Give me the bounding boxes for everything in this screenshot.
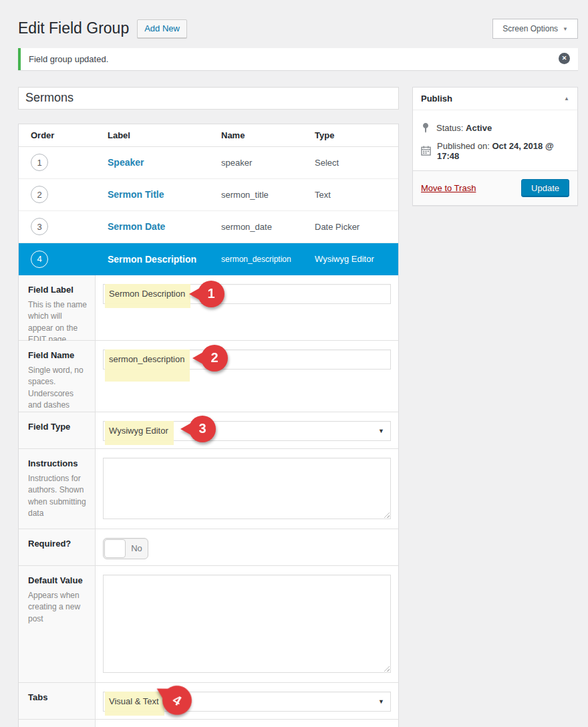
status-label: Status: <box>436 123 463 133</box>
column-header-label: Label <box>108 130 221 140</box>
field-name-cell: sermon_description <box>221 255 315 264</box>
field-name-cell: sermon_title <box>221 190 315 200</box>
select-arrow-icon: ▼ <box>378 428 384 434</box>
drag-order-handle[interactable]: 4 <box>31 251 48 268</box>
setting-label-cell: Default Value Appears when creating a ne… <box>19 566 96 682</box>
dismiss-icon[interactable]: ✕ <box>559 53 570 64</box>
field-label-input[interactable]: Sermon Description <box>103 284 391 304</box>
select-arrow-icon: ▼ <box>378 698 384 705</box>
setting-label-cell: Instructions Instructions for authors. S… <box>19 449 96 529</box>
setting-row-field-type: Field Type Wysiwyg Editor ▼ 3 <box>19 412 398 449</box>
field-type-select[interactable]: Wysiwyg Editor ▼ <box>103 421 391 441</box>
setting-description: Appears when creating a new post <box>28 590 88 625</box>
setting-row-field-label: Field Label This is the name which will … <box>19 275 398 341</box>
column-header-name: Name <box>221 130 315 140</box>
publish-box-title: Publish <box>421 94 452 104</box>
table-row[interactable]: 2 Sermon Title sermon_title Text <box>19 179 398 211</box>
field-label-value: Sermon Description <box>109 289 185 299</box>
setting-description: Instructions for authors. Shown when sub… <box>28 473 88 520</box>
table-row[interactable]: 3 Sermon Date sermon_date Date Picker <box>19 211 398 243</box>
setting-row-default-value: Default Value Appears when creating a ne… <box>19 566 398 683</box>
screen-options-label: Screen Options <box>502 24 558 33</box>
table-row-active[interactable]: 4 Sermon Description sermon_description … <box>19 243 398 275</box>
chevron-down-icon: ▼ <box>563 26 568 32</box>
setting-label-cell: Required? <box>19 529 96 565</box>
setting-row-tabs: Tabs Visual & Text ▼ 4 <box>19 683 398 720</box>
publish-box-footer: Move to Trash Update <box>413 170 577 205</box>
setting-label-cell: Field Label This is the name which will … <box>19 275 96 340</box>
setting-label-cell: Tabs <box>19 683 96 719</box>
field-group-title-input[interactable]: Sermons <box>18 87 399 110</box>
field-name-value: sermon_description <box>109 354 184 364</box>
field-name-input[interactable]: sermon_description <box>103 349 391 370</box>
update-notice: Field group updated. ✕ <box>18 48 578 70</box>
setting-title: Tabs <box>28 692 88 702</box>
edit-field-group-page: Screen Options ▼ Edit Field Group Add Ne… <box>0 0 588 727</box>
drag-order-handle[interactable]: 3 <box>31 218 48 235</box>
field-edit-link[interactable]: Sermon Description <box>108 254 221 265</box>
published-text: Published on: Oct 24, 2018 @ 17:48 <box>437 141 569 161</box>
annotation-badge-3: 3 <box>189 416 216 442</box>
publish-box-body: Status: Active <box>413 110 577 170</box>
published-row: Published on: Oct 24, 2018 @ 17:48 <box>421 141 569 161</box>
instructions-textarea[interactable] <box>103 458 391 519</box>
setting-row-instructions: Instructions Instructions for authors. S… <box>19 449 398 529</box>
setting-title: Default Value <box>28 575 88 585</box>
annotation-badge-2: 2 <box>201 345 228 372</box>
published-label: Published on: <box>437 141 490 151</box>
table-row[interactable]: 1 Speaker speaker Select <box>19 147 398 179</box>
fields-table: Order Label Name Type 1 Speaker speaker … <box>18 124 399 727</box>
field-name-cell: speaker <box>221 158 315 168</box>
field-type-cell: Wysiwyg Editor <box>315 254 398 264</box>
main-column: Sermons Order Label Name Type 1 Speaker … <box>18 87 399 727</box>
status-row: Status: Active <box>421 123 569 134</box>
page-title: Edit Field Group <box>18 19 129 39</box>
toggle-knob <box>104 539 126 558</box>
pin-icon <box>421 123 430 134</box>
calendar-icon <box>421 146 431 156</box>
setting-title: Field Label <box>28 285 88 295</box>
annotation-badge-1: 1 <box>198 281 225 307</box>
field-type-cell: Date Picker <box>315 222 398 232</box>
field-name-cell: sermon_date <box>221 222 315 232</box>
field-edit-link[interactable]: Sermon Title <box>108 189 221 200</box>
field-group-title-value: Sermons <box>25 91 74 105</box>
status-value: Active <box>466 123 492 133</box>
default-value-textarea[interactable] <box>103 575 391 673</box>
screen-options-button[interactable]: Screen Options ▼ <box>492 19 578 39</box>
toggle-state-label: No <box>126 543 148 553</box>
add-new-button[interactable]: Add New <box>137 19 187 38</box>
required-toggle[interactable]: No <box>103 538 148 559</box>
field-edit-link[interactable]: Sermon Date <box>108 221 221 232</box>
setting-title: Required? <box>28 539 88 549</box>
tabs-select[interactable]: Visual & Text ▼ <box>103 692 391 712</box>
setting-row-field-name: Field Name Single word, no spaces. Under… <box>19 341 398 412</box>
fields-table-header: Order Label Name Type <box>19 124 398 147</box>
update-button[interactable]: Update <box>521 179 569 197</box>
field-type-cell: Select <box>315 158 398 168</box>
setting-label-cell: Field Type <box>19 412 96 448</box>
setting-title: Field Type <box>28 422 88 432</box>
drag-order-handle[interactable]: 1 <box>31 154 48 171</box>
setting-row-partial <box>19 720 398 727</box>
field-type-value: Wysiwyg Editor <box>109 426 168 436</box>
tabs-value: Visual & Text <box>109 696 159 706</box>
setting-title: Instructions <box>28 458 88 468</box>
setting-description: This is the name which will appear on th… <box>28 299 88 346</box>
setting-label-cell: Field Name Single word, no spaces. Under… <box>19 341 96 412</box>
publish-box-header[interactable]: Publish ▲ <box>413 88 577 110</box>
side-column: Publish ▲ Status: Active <box>412 87 578 206</box>
notice-message: Field group updated. <box>29 54 108 64</box>
setting-row-required: Required? No <box>19 529 398 566</box>
column-header-type: Type <box>315 130 398 140</box>
drag-order-handle[interactable]: 2 <box>31 186 48 203</box>
move-to-trash-link[interactable]: Move to Trash <box>421 183 476 193</box>
field-edit-link[interactable]: Speaker <box>108 157 221 168</box>
collapse-icon[interactable]: ▲ <box>564 96 569 102</box>
setting-title: Field Name <box>28 350 88 360</box>
field-type-cell: Text <box>315 190 398 200</box>
status-text: Status: Active <box>436 123 492 133</box>
publish-box: Publish ▲ Status: Active <box>412 87 578 206</box>
column-header-order: Order <box>31 130 108 140</box>
